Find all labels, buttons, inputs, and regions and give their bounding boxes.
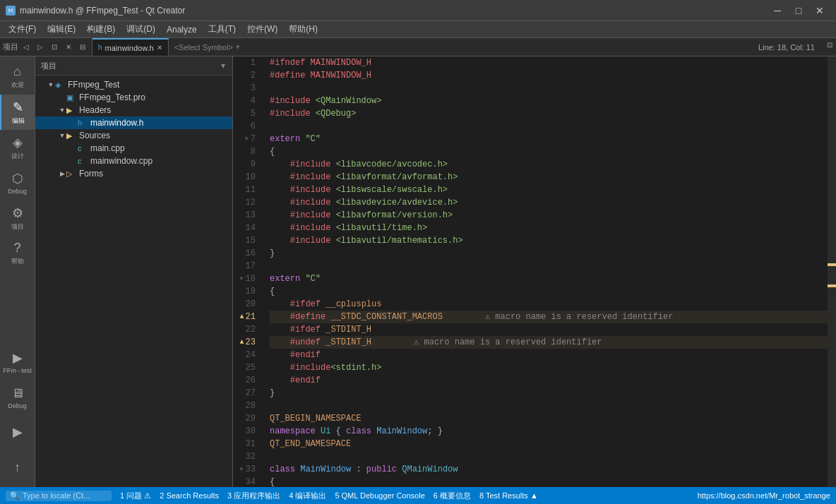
code-line-23: #undef _STDINT_H⚠ macro name is a reserv… (270, 336, 828, 349)
code-line-20: #ifdef __cplusplus (270, 298, 828, 311)
sidebar-item-run[interactable]: ▶ FFm···test (0, 344, 35, 380)
filter-button[interactable]: ▾ (220, 59, 227, 72)
debug-icon: ⬡ (12, 171, 23, 186)
symbol-select[interactable]: <Select Symbol> ▾ (169, 38, 753, 56)
tab-mainwindow-h[interactable]: h mainwindow.h ✕ (92, 38, 169, 56)
sidebar-item-design[interactable]: ◈ 设计 (0, 130, 35, 165)
warning-marker-1 (828, 263, 836, 266)
close-button[interactable]: ✕ (809, 0, 830, 21)
line-num-24: 24 (233, 349, 258, 361)
tree-item-forms[interactable]: ▶ ▷ Forms (35, 167, 232, 180)
sidebar-item-projects[interactable]: ⚙ 项目 (0, 200, 35, 236)
fold-icon[interactable]: ▾ (239, 463, 244, 476)
tree-item-headers[interactable]: ▼ ▶ Headers (35, 104, 232, 116)
symbol-select-label: <Select Symbol> (174, 43, 233, 52)
minimize-button[interactable]: ─ (767, 0, 788, 21)
status-qml-debugger[interactable]: 5 QML Debugger Console (335, 491, 424, 500)
line-num-27: 27 (233, 387, 258, 400)
collapse-arrow: ▼ (47, 81, 55, 88)
code-line-7: extern "C" (270, 133, 828, 145)
sidebar-item-debug-run[interactable]: 🖥 Debug (0, 380, 35, 415)
title-bar-left: H mainwindow.h @ FFmpeg_Test - Qt Creato… (6, 6, 185, 16)
close-file-button[interactable]: ✕ (62, 41, 75, 54)
line-num-2: 2 (233, 69, 258, 82)
menu-build[interactable]: 构建(B) (81, 21, 121, 37)
code-line-8: { (270, 145, 828, 158)
tree-item-mainwindow-h[interactable]: h mainwindow.h (35, 116, 232, 129)
sidebar-item-edit[interactable]: ✎ 编辑 (0, 95, 35, 130)
sidebar-item-debug[interactable]: ⬡ Debug (0, 165, 35, 200)
status-bar: 🔍 1 问题 ⚠ 2 Search Results 3 应用程序输出 4 编译输… (0, 487, 836, 504)
sidebar-item-stop[interactable]: ↑ (0, 450, 35, 486)
fold-icon[interactable]: ▾ (244, 133, 249, 145)
code-line-27: } (270, 387, 828, 400)
tab-file-icon: h (98, 44, 102, 52)
split-button[interactable]: ⊟ (76, 41, 89, 54)
tree-item-ffmpeg-test[interactable]: ▼ ◈ FFmpeg_Test (35, 78, 232, 91)
warning-triangle: ▲ (240, 336, 244, 349)
status-problems[interactable]: 1 问题 ⚠ (120, 491, 151, 501)
code-line-4: #include <QMainWindow> (270, 95, 828, 107)
line-num-29: 29 (233, 412, 258, 425)
scrollbar-markers[interactable] (828, 56, 836, 487)
code-line-17 (270, 260, 828, 272)
menu-edit[interactable]: 编辑(E) (42, 21, 81, 37)
status-compile-output[interactable]: 4 编译输出 (289, 491, 326, 501)
tree-item-pro[interactable]: ▣ FFmpeg_Test.pro (35, 91, 232, 104)
sync-button[interactable]: ⊡ (48, 41, 61, 54)
menu-analyze[interactable]: Analyze (161, 21, 203, 37)
tree-item-main-cpp[interactable]: c main.cpp (35, 142, 232, 155)
file-tree-header: 项目 ▾ (35, 56, 232, 76)
line-num-8: 8 (233, 145, 258, 158)
tab-bar: 项目 ◁ ▷ ⊡ ✕ ⊟ h mainwindow.h ✕ <Select Sy… (0, 38, 836, 56)
forms-arrow: ▶ (58, 170, 66, 177)
edit-icon: ✎ (13, 100, 23, 115)
code-line-22: #ifdef _STDINT_H (270, 323, 828, 336)
back-button[interactable]: ◁ (20, 41, 32, 54)
line-num-20: 20 (233, 298, 258, 311)
tree-item-sources[interactable]: ▼ ▶ Sources (35, 129, 232, 142)
menu-controls[interactable]: 控件(W) (241, 21, 283, 37)
line-column-info: Line: 18, Col: 11 (753, 38, 820, 56)
code-line-3 (270, 82, 828, 95)
sidebar-item-build[interactable]: ▶ (0, 415, 35, 450)
menu-debug[interactable]: 调试(D) (121, 21, 161, 37)
line-num-14: 14 (233, 222, 258, 234)
line-num-5: 5 (233, 107, 258, 120)
menu-help[interactable]: 帮助(H) (283, 21, 323, 37)
sidebar-item-welcome[interactable]: ⌂ 欢迎 (0, 59, 35, 95)
window-title: mainwindow.h @ FFmpeg_Test - Qt Creator (20, 6, 185, 16)
status-test-results[interactable]: 8 Test Results ▲ (479, 491, 538, 500)
maximize-button[interactable]: □ (788, 0, 809, 21)
line-num-32: 32 (233, 450, 258, 463)
tree-label-forms: Forms (79, 169, 103, 179)
menu-tools[interactable]: 工具(T) (203, 21, 241, 37)
code-line-24: #endif (270, 349, 828, 361)
forward-button[interactable]: ▷ (34, 41, 47, 54)
status-general-messages[interactable]: 6 概要信息 (434, 491, 471, 501)
file-tree-title: 项目 (41, 61, 56, 71)
window-controls: ─ □ ✕ (767, 0, 830, 21)
menu-file[interactable]: 文件(F) (3, 21, 42, 37)
line-num-1: 1 (233, 56, 258, 69)
search-input[interactable] (23, 491, 107, 500)
h-file-icon: h (78, 119, 88, 127)
projects-icon: ⚙ (12, 205, 23, 221)
tree-item-mainwindow-cpp[interactable]: c mainwindow.cpp (35, 155, 232, 167)
tree-label-main-cpp: main.cpp (90, 143, 125, 153)
tree-label-ffmpeg-test: FFmpeg_Test (68, 80, 119, 90)
fold-icon[interactable]: ▾ (239, 272, 244, 285)
project-label: 项目 (3, 42, 18, 52)
status-search-results[interactable]: 2 Search Results (160, 491, 219, 500)
tab-close-button[interactable]: ✕ (157, 44, 162, 52)
help-icon: ? (13, 241, 20, 256)
locate-search[interactable]: 🔍 (6, 491, 112, 501)
code-line-14: #include <libavutil/time.h> (270, 222, 828, 234)
code-line-13: #include <libavformat/version.h> (270, 209, 828, 222)
sidebar-item-help[interactable]: ? 帮助 (0, 236, 35, 271)
code-content[interactable]: #ifndef MAINWINDOW_H#define MAINWINDOW_H… (264, 56, 828, 487)
headers-arrow: ▼ (58, 107, 66, 114)
code-line-31: QT_END_NAMESPACE (270, 438, 828, 450)
status-app-output[interactable]: 3 应用程序输出 (227, 491, 280, 501)
expand-editor-button[interactable]: ⊡ (823, 38, 836, 51)
